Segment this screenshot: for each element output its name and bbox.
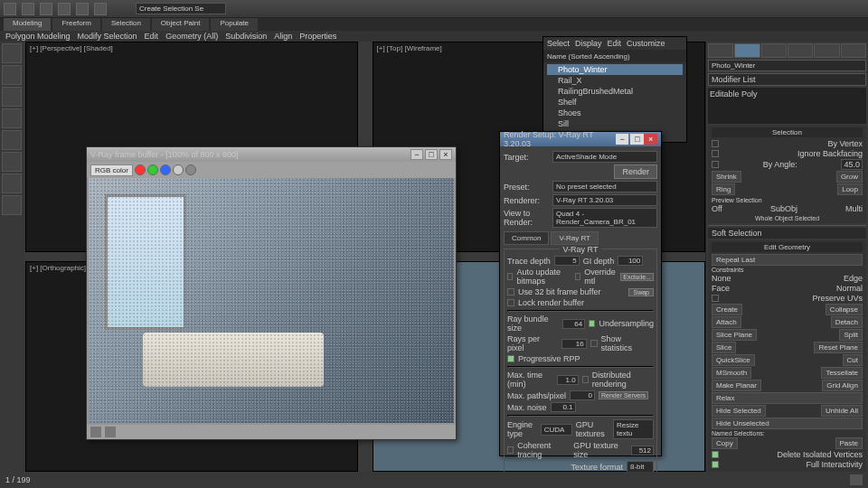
vfb-alpha-channel[interactable] xyxy=(173,164,184,175)
repeat-last-button[interactable]: Repeat Last xyxy=(712,254,863,266)
move-tool[interactable] xyxy=(2,65,22,85)
rsd-titlebar[interactable]: Render Setup: V-Ray RT 3.20.03 − □ × xyxy=(500,132,661,146)
scale-tool[interactable] xyxy=(2,108,22,128)
rsd-minimize-button[interactable]: − xyxy=(616,134,629,145)
tab-modify[interactable] xyxy=(734,43,760,58)
open-icon[interactable] xyxy=(40,3,52,15)
ring-button[interactable]: Ring xyxy=(712,183,735,195)
rollout-soft-selection[interactable]: Soft Selection xyxy=(708,228,866,239)
tab-populate[interactable]: Populate xyxy=(211,18,258,31)
ps-multi[interactable]: Multi xyxy=(845,204,863,213)
scene-menu-edit[interactable]: Edit xyxy=(608,39,622,48)
msmooth-button[interactable]: MSmooth xyxy=(712,367,751,379)
scene-menu-customize[interactable]: Customize xyxy=(627,39,665,48)
mirror-tool[interactable] xyxy=(2,152,22,172)
modifier-stack[interactable]: Editable Poly xyxy=(708,88,866,124)
undo-icon[interactable] xyxy=(76,3,89,15)
scene-item[interactable]: Shelf xyxy=(547,97,683,108)
tab-selection[interactable]: Selection xyxy=(102,18,150,31)
vfb-save-icon[interactable] xyxy=(90,427,101,437)
redo-icon[interactable] xyxy=(94,3,107,15)
tab-freeform[interactable]: Freeform xyxy=(52,18,99,31)
hide-unsel-button[interactable]: Hide Unselected xyxy=(712,418,863,429)
render-setup-dialog[interactable]: Render Setup: V-Ray RT 3.20.03 − □ × Tar… xyxy=(499,131,662,456)
hide-sel-button[interactable]: Hide Selected xyxy=(712,405,766,417)
trace-depth-spinner[interactable]: 5 xyxy=(554,256,580,266)
cb-coherent[interactable] xyxy=(507,446,514,454)
grid-align-button[interactable]: Grid Align xyxy=(822,380,863,391)
scene-explorer[interactable]: Select Display Edit Customize Name (Sort… xyxy=(542,36,687,143)
tab-motion[interactable] xyxy=(788,43,813,58)
cb-auto-update[interactable] xyxy=(507,273,513,280)
vfb-channel-select[interactable]: RGB color xyxy=(90,164,133,176)
tab-utilities[interactable] xyxy=(841,43,866,58)
scene-item[interactable]: Sill xyxy=(547,118,683,129)
collapse-button[interactable]: Collapse xyxy=(826,304,863,315)
max-time-spinner[interactable]: 1.0 xyxy=(557,375,579,385)
scene-menu-select[interactable]: Select xyxy=(547,39,570,48)
rsd-tab-vrayrt[interactable]: V-Ray RT xyxy=(551,231,599,245)
c-normal[interactable]: Normal xyxy=(836,284,863,293)
target-dropdown[interactable]: ActiveShade Mode xyxy=(552,151,657,163)
rsd-tab-common[interactable]: Common xyxy=(504,231,549,245)
split-button[interactable]: Split xyxy=(839,329,863,341)
make-planar-button[interactable]: Make Planar xyxy=(712,380,761,391)
cb-ignore-bf[interactable] xyxy=(712,150,719,157)
modifier-list-dropdown[interactable]: Modifier List xyxy=(708,73,866,86)
reset-plane-button[interactable]: Reset Plane xyxy=(814,342,863,353)
vfb-mono-channel[interactable] xyxy=(185,164,196,175)
slice-plane-button[interactable]: Slice Plane xyxy=(712,329,757,341)
cb-override-mtl[interactable] xyxy=(575,273,580,280)
rollout-edit-geom[interactable]: Edit Geometry xyxy=(712,242,863,252)
sub-edit[interactable]: Edit xyxy=(145,32,159,41)
scene-item[interactable]: Rail_X xyxy=(547,75,683,86)
quickslice-button[interactable]: QuickSlice xyxy=(712,354,755,366)
scene-menu-display[interactable]: Display xyxy=(575,39,602,48)
save-icon[interactable] xyxy=(58,3,71,15)
relax-button[interactable]: Relax xyxy=(712,392,863,404)
tab-modeling[interactable]: Modeling xyxy=(4,18,51,31)
attach-button[interactable]: Attach xyxy=(712,316,741,328)
tab-hierarchy[interactable] xyxy=(761,43,787,58)
cb-full-int[interactable] xyxy=(712,461,719,468)
vfb-titlebar[interactable]: V-Ray frame buffer - [100% of 800 x 600]… xyxy=(87,147,456,162)
slice-button[interactable]: Slice xyxy=(712,342,736,353)
cb-show-stats[interactable] xyxy=(590,340,598,347)
rollout-selection[interactable]: Selection xyxy=(712,127,863,137)
layer-tool[interactable] xyxy=(2,195,22,215)
cb-del-iso[interactable] xyxy=(712,451,719,458)
tab-display[interactable] xyxy=(814,43,839,58)
rsd-close-button[interactable]: × xyxy=(644,134,657,145)
engine-dropdown[interactable]: CUDA xyxy=(541,424,572,436)
vfb-red-channel[interactable] xyxy=(135,164,146,175)
rotate-tool[interactable] xyxy=(2,87,22,107)
swap-button[interactable]: Swap xyxy=(628,288,654,296)
scene-column-header[interactable]: Name (Sorted Ascending) xyxy=(543,50,686,62)
scene-item[interactable]: RailingBrushedMetal xyxy=(547,86,683,97)
object-name-field[interactable] xyxy=(708,60,866,71)
ps-subobj[interactable]: SubObj xyxy=(770,204,797,213)
grow-button[interactable]: Grow xyxy=(836,171,863,183)
sub-subdivision[interactable]: Subdivision xyxy=(225,32,267,41)
cut-button[interactable]: Cut xyxy=(843,354,863,366)
vfb-green-channel[interactable] xyxy=(147,164,158,175)
cb-use32[interactable] xyxy=(507,288,514,296)
renderer-dropdown[interactable]: V-Ray RT 3.20.03 xyxy=(552,194,657,206)
vfb-clear-icon[interactable] xyxy=(105,427,116,437)
ray-bundle-spinner[interactable]: 64 xyxy=(562,319,585,329)
vfb-blue-channel[interactable] xyxy=(160,164,171,175)
create-button[interactable]: Create xyxy=(712,304,742,315)
render-button[interactable]: Render xyxy=(614,164,657,179)
align-tool[interactable] xyxy=(2,174,22,193)
c-face[interactable]: Face xyxy=(712,284,730,293)
rsd-maximize-button[interactable]: □ xyxy=(630,134,644,145)
sub-align[interactable]: Align xyxy=(274,32,292,41)
cb-prog-rpp[interactable] xyxy=(507,355,514,362)
max-paths-spinner[interactable]: 0 xyxy=(570,390,595,400)
scene-item[interactable]: Shoes xyxy=(547,108,683,118)
view-dropdown[interactable]: Quad 4 - Render_Camera_BR_01 xyxy=(552,208,657,228)
vfb-close-button[interactable]: × xyxy=(439,149,452,160)
vp-label-tr[interactable]: [+] [Top] [Wireframe] xyxy=(377,44,442,52)
play-icon[interactable] xyxy=(850,474,863,485)
vfb-render-view[interactable] xyxy=(89,178,454,423)
